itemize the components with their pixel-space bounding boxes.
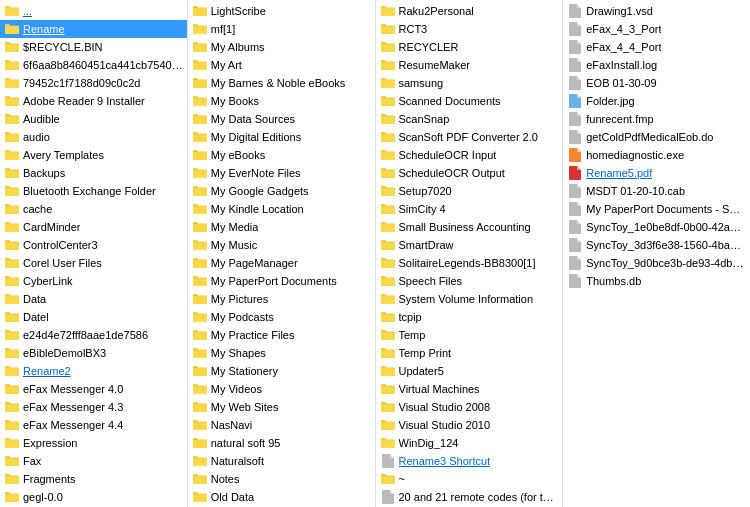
list-item[interactable]: natural soft 95 bbox=[188, 434, 375, 452]
list-item[interactable]: ScanSnap bbox=[376, 110, 563, 128]
list-item[interactable]: SyncToy_9d0bce3b-de93-4db7-bf4d-355fad29… bbox=[563, 254, 750, 272]
list-item[interactable]: Visual Studio 2008 bbox=[376, 398, 563, 416]
list-item[interactable]: Bluetooth Exchange Folder bbox=[0, 182, 187, 200]
list-item[interactable]: ScanSoft PDF Converter 2.0 bbox=[376, 128, 563, 146]
list-item[interactable]: Updater5 bbox=[376, 362, 563, 380]
list-item[interactable]: Avery Templates bbox=[0, 146, 187, 164]
list-item[interactable]: Data bbox=[0, 290, 187, 308]
list-item[interactable]: eBibleDemolBX3 bbox=[0, 344, 187, 362]
list-item[interactable]: SimCity 4 bbox=[376, 200, 563, 218]
list-item[interactable]: Backups bbox=[0, 164, 187, 182]
list-item[interactable]: SyncToy_1e0be8df-0b00-42ab-a6f2-7614609c… bbox=[563, 218, 750, 236]
list-item[interactable]: ControlCenter3 bbox=[0, 236, 187, 254]
list-item[interactable]: SmartDraw bbox=[376, 236, 563, 254]
list-item[interactable]: My Barnes & Noble eBooks bbox=[188, 74, 375, 92]
list-item[interactable]: CardMinder bbox=[0, 218, 187, 236]
list-item[interactable]: Fax bbox=[0, 452, 187, 470]
list-item[interactable]: Datel bbox=[0, 308, 187, 326]
list-item[interactable]: 6f6aa8b8460451ca441cb75409b619ea bbox=[0, 56, 187, 74]
list-item[interactable]: My Web Sites bbox=[188, 398, 375, 416]
list-item[interactable]: ScheduleOCR Output bbox=[376, 164, 563, 182]
list-item[interactable]: ~ bbox=[376, 470, 563, 488]
list-item[interactable]: EOB 01-30-09 bbox=[563, 74, 750, 92]
list-item[interactable]: Audible bbox=[0, 110, 187, 128]
list-item[interactable]: My Stationery bbox=[188, 362, 375, 380]
list-item[interactable]: My Google Gadgets bbox=[188, 182, 375, 200]
list-item[interactable]: eFaxInstall.log bbox=[563, 56, 750, 74]
list-item[interactable]: Virtual Machines bbox=[376, 380, 563, 398]
list-item[interactable]: Raku2Personal bbox=[376, 2, 563, 20]
list-item[interactable]: Small Business Accounting bbox=[376, 218, 563, 236]
list-item[interactable]: Rename2 bbox=[0, 362, 187, 380]
list-item[interactable]: LightScribe bbox=[188, 2, 375, 20]
list-item[interactable]: Rename3 Shortcut bbox=[376, 452, 563, 470]
list-item[interactable]: My eBooks bbox=[188, 146, 375, 164]
list-item[interactable]: WinDig_124 bbox=[376, 434, 563, 452]
list-item[interactable]: 79452c1f7188d09c0c2d bbox=[0, 74, 187, 92]
list-item[interactable]: homediagnostic.exe bbox=[563, 146, 750, 164]
list-item[interactable]: eFax_4_3_Port bbox=[563, 20, 750, 38]
list-item[interactable]: eFax_4_4_Port bbox=[563, 38, 750, 56]
list-item[interactable]: Temp bbox=[376, 326, 563, 344]
list-item[interactable]: My Music bbox=[188, 236, 375, 254]
list-item[interactable]: Naturalsoft bbox=[188, 452, 375, 470]
list-item[interactable]: My Media bbox=[188, 218, 375, 236]
list-item[interactable]: My Podcasts bbox=[188, 308, 375, 326]
list-item[interactable]: Visual Studio 2010 bbox=[376, 416, 563, 434]
list-item[interactable]: mf[1] bbox=[188, 20, 375, 38]
list-item[interactable]: Temp Print bbox=[376, 344, 563, 362]
list-item[interactable]: eFax Messenger 4.0 bbox=[0, 380, 187, 398]
list-item[interactable]: audio bbox=[0, 128, 187, 146]
list-item[interactable]: NasNavi bbox=[188, 416, 375, 434]
list-item[interactable]: MSDT 01-20-10.cab bbox=[563, 182, 750, 200]
list-item[interactable]: samsung bbox=[376, 74, 563, 92]
list-item[interactable]: getColdPdfMedicalEob.do bbox=[563, 128, 750, 146]
list-item[interactable]: Rename bbox=[0, 20, 187, 38]
list-item[interactable]: cache bbox=[0, 200, 187, 218]
list-item[interactable]: My Shapes bbox=[188, 344, 375, 362]
list-item[interactable]: My Videos bbox=[188, 380, 375, 398]
list-item[interactable]: CyberLink bbox=[0, 272, 187, 290]
list-item[interactable]: gegl-0.0 bbox=[0, 488, 187, 506]
list-item[interactable]: My Books bbox=[188, 92, 375, 110]
list-item[interactable]: Rename5.pdf bbox=[563, 164, 750, 182]
list-item[interactable]: My Kindle Location bbox=[188, 200, 375, 218]
list-item[interactable]: ... bbox=[0, 2, 187, 20]
list-item[interactable]: SyncToy_3d3f6e38-1560-4ba4-9523-fcfe70ff… bbox=[563, 236, 750, 254]
list-item[interactable]: tcpip bbox=[376, 308, 563, 326]
list-item[interactable]: ScheduleOCR Input bbox=[376, 146, 563, 164]
list-item[interactable]: My Art bbox=[188, 56, 375, 74]
list-item[interactable]: SolitaireLegends-BB8300[1] bbox=[376, 254, 563, 272]
list-item[interactable]: Adobe Reader 9 Installer bbox=[0, 92, 187, 110]
list-item[interactable]: Drawing1.vsd bbox=[563, 2, 750, 20]
list-item[interactable]: My Practice Files bbox=[188, 326, 375, 344]
list-item[interactable]: Speech Files bbox=[376, 272, 563, 290]
list-item[interactable]: RECYCLER bbox=[376, 38, 563, 56]
list-item[interactable]: Notes bbox=[188, 470, 375, 488]
list-item[interactable]: My Pictures bbox=[188, 290, 375, 308]
list-item[interactable]: My PageManager bbox=[188, 254, 375, 272]
list-item[interactable]: Corel User Files bbox=[0, 254, 187, 272]
list-item[interactable]: RCT3 bbox=[376, 20, 563, 38]
list-item[interactable]: Expression bbox=[0, 434, 187, 452]
list-item[interactable]: My Data Sources bbox=[188, 110, 375, 128]
list-item[interactable]: Thumbs.db bbox=[563, 272, 750, 290]
list-item[interactable]: e24d4e72fff8aae1de7586 bbox=[0, 326, 187, 344]
list-item[interactable]: My Albums bbox=[188, 38, 375, 56]
list-item[interactable]: funrecent.fmp bbox=[563, 110, 750, 128]
list-item[interactable]: Scanned Documents bbox=[376, 92, 563, 110]
list-item[interactable]: 20 and 21 remote codes (for the 211, 411… bbox=[376, 488, 563, 506]
list-item[interactable]: My EverNote Files bbox=[188, 164, 375, 182]
list-item[interactable]: Old Data bbox=[188, 488, 375, 506]
list-item[interactable]: Folder.jpg bbox=[563, 92, 750, 110]
list-item[interactable]: Setup7020 bbox=[376, 182, 563, 200]
list-item[interactable]: System Volume Information bbox=[376, 290, 563, 308]
list-item[interactable]: Fragments bbox=[0, 470, 187, 488]
list-item[interactable]: $RECYCLE.BIN bbox=[0, 38, 187, 56]
list-item[interactable]: ResumeMaker bbox=[376, 56, 563, 74]
list-item[interactable]: My Digital Editions bbox=[188, 128, 375, 146]
list-item[interactable]: My PaperPort Documents - Shortcut bbox=[563, 200, 750, 218]
list-item[interactable]: eFax Messenger 4.4 bbox=[0, 416, 187, 434]
list-item[interactable]: eFax Messenger 4.3 bbox=[0, 398, 187, 416]
list-item[interactable]: My PaperPort Documents bbox=[188, 272, 375, 290]
